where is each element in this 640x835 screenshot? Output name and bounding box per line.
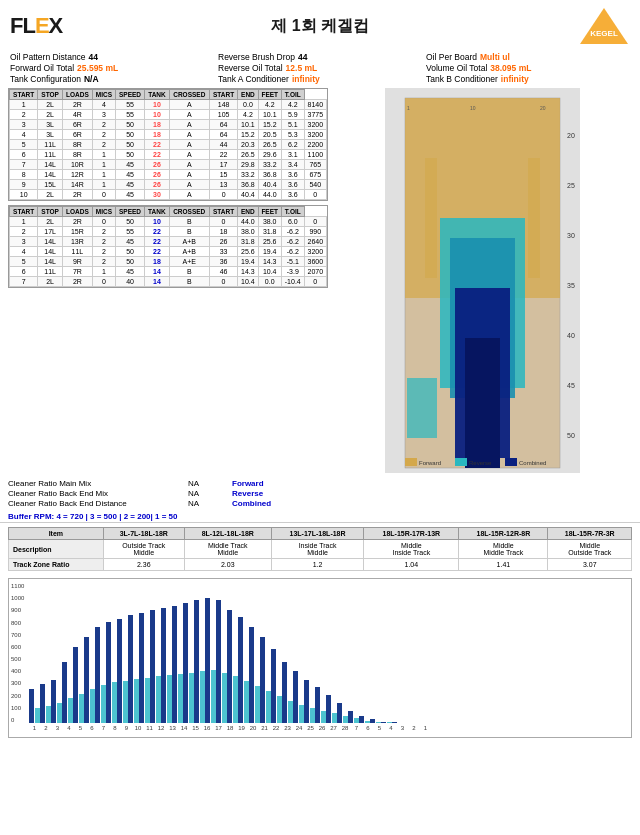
bar-dark — [381, 722, 386, 723]
bar-light — [332, 713, 337, 723]
table-cell: 2 — [10, 110, 38, 120]
table2-header-cell: MICS — [92, 207, 115, 217]
oil-pattern-chart: 20 25 30 35 40 45 50 1 10 20 Forward Rev… — [385, 88, 580, 473]
table-cell: 26 — [209, 237, 237, 247]
table-cell: 26.5 — [258, 140, 281, 150]
bar-light — [321, 711, 326, 723]
table-cell: 18 — [145, 257, 169, 267]
bar-group — [84, 637, 95, 723]
bar-dark — [337, 703, 342, 723]
table-cell: 3.6 — [281, 190, 304, 200]
bar-light — [57, 703, 62, 723]
bar-group — [337, 703, 348, 723]
x-axis-label: 11 — [144, 725, 155, 731]
svg-text:KEGEL: KEGEL — [590, 29, 618, 38]
table-cell: MiddleInside Track — [364, 540, 459, 559]
bottom-section: Item3L-7L-18L-18R8L-12L-18L-18R13L-17L-1… — [0, 522, 640, 578]
reverse-brush-drop-value: 44 — [298, 52, 307, 62]
bar-dark — [260, 637, 265, 723]
table-cell: 22 — [145, 140, 169, 150]
table-cell: 12R — [62, 170, 92, 180]
svg-text:30: 30 — [567, 232, 575, 239]
table-cell: 44 — [209, 140, 237, 150]
forward-oil-total-label: Forward Oil Total — [10, 63, 74, 73]
table-cell: 2 — [92, 130, 115, 140]
x-axis-label: 25 — [305, 725, 316, 731]
table-cell: 1 — [10, 100, 38, 110]
bar-group — [106, 622, 117, 723]
bar-group — [172, 606, 183, 723]
table-cell: 2 — [92, 227, 115, 237]
table2-container: STARTSTOPLOADSMICSSPEEDTANKCROSSEDSTARTE… — [8, 205, 328, 288]
bar-light — [233, 676, 238, 723]
table-cell: 0 — [304, 190, 326, 200]
table-row: 314L13R24522A+B2631.825.6-6.22640 — [10, 237, 327, 247]
table-cell: 3.07 — [548, 559, 632, 571]
bar-light — [222, 673, 227, 723]
oil-per-board-label: Oil Per Board — [426, 52, 477, 62]
bar-light — [101, 685, 106, 723]
table-cell: 5.3 — [281, 130, 304, 140]
table-cell: 25.6 — [258, 237, 281, 247]
table1-header-cell: STOP — [38, 90, 62, 100]
bar-light — [145, 678, 150, 723]
bar-group — [62, 662, 73, 723]
svg-text:45: 45 — [567, 382, 575, 389]
table-cell: A — [169, 160, 209, 170]
table-cell: 6R — [62, 130, 92, 140]
table-cell: 31.8 — [238, 237, 258, 247]
chart-section: 1100 1000 900 800 700 600 500 400 300 20… — [0, 578, 640, 742]
table-cell: 14L — [38, 237, 62, 247]
table-cell: 10.4 — [238, 277, 258, 287]
table-cell: B — [169, 267, 209, 277]
table2-header-cell: LOADS — [62, 207, 92, 217]
table-cell: 148 — [209, 100, 237, 110]
bar-group — [282, 662, 293, 723]
table-row: 72L2R04014B010.40.0-10.40 — [10, 277, 327, 287]
table-cell: 17 — [209, 160, 237, 170]
table-cell: 22 — [145, 227, 169, 237]
x-axis-label: 28 — [340, 725, 351, 731]
table-row: Track Zone Ratio2.362.031.21.041.413.07 — [9, 559, 632, 571]
table2-header-cell: TANK — [145, 207, 169, 217]
bar-dark — [238, 617, 243, 723]
bar-light — [365, 721, 370, 723]
table-cell: 31.8 — [258, 227, 281, 237]
table-cell: 2 — [92, 140, 115, 150]
bar-dark — [227, 610, 232, 723]
bar-light — [288, 701, 293, 723]
bar-light — [266, 691, 271, 723]
bar-dark — [161, 608, 166, 723]
table-cell: 14L — [38, 160, 62, 170]
table-cell: B — [169, 277, 209, 287]
bar-dark — [139, 613, 144, 723]
table-cell: 45 — [115, 180, 144, 190]
x-axis-label: 4 — [386, 725, 397, 731]
bar-light — [343, 716, 348, 723]
table-cell: 26 — [145, 180, 169, 190]
table-row: 915L14R14526A1336.840.43.6540 — [10, 180, 327, 190]
cleaner-main-mix-row: Cleaner Ratio Main Mix NA Forward — [8, 479, 632, 488]
table-row: DescriptionOutside TrackMiddleMiddle Tra… — [9, 540, 632, 559]
table-cell: 4.2 — [258, 100, 281, 110]
table-cell: A — [169, 180, 209, 190]
bar-group — [293, 671, 304, 723]
svg-text:Reverse: Reverse — [469, 460, 492, 466]
table-cell: 19.4 — [238, 257, 258, 267]
table-cell: 15 — [209, 170, 237, 180]
bar-group — [194, 600, 205, 723]
bar-group — [271, 649, 282, 723]
tables-section: STARTSTOPLOADSMICSSPEEDTANKCROSSEDSTARTE… — [8, 88, 328, 473]
table-cell: 11L — [38, 150, 62, 160]
table-cell: 3.4 — [281, 160, 304, 170]
table-cell: 30 — [145, 190, 169, 200]
table-cell: 55 — [115, 227, 144, 237]
bar-group — [326, 695, 337, 723]
bar-dark — [205, 598, 210, 723]
table-cell: 55 — [115, 100, 144, 110]
table2-header-cell: END — [238, 207, 258, 217]
table-cell: 3L — [38, 120, 62, 130]
cleaner-main-mix-type: Forward — [232, 479, 264, 488]
bottom-table: Item3L-7L-18L-18R8L-12L-18L-18R13L-17L-1… — [8, 527, 632, 571]
table-cell: 3.6 — [281, 170, 304, 180]
